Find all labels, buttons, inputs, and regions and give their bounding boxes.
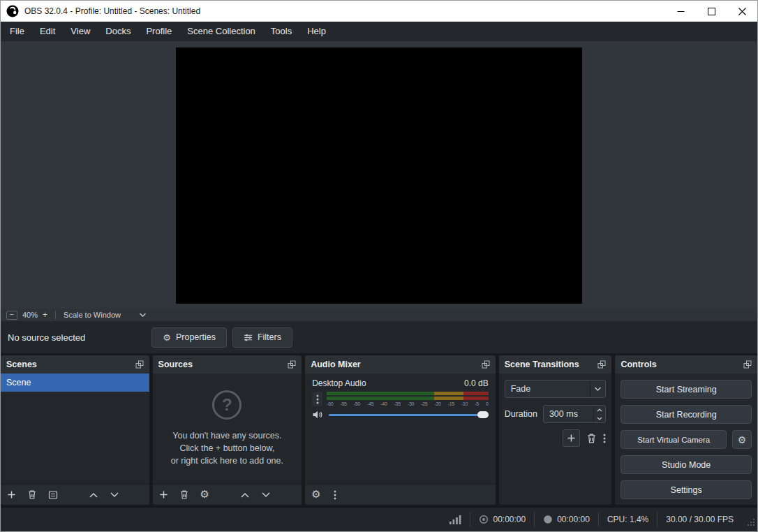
transition-properties-button[interactable] [603, 434, 606, 443]
zoom-out-button[interactable]: − [6, 311, 17, 320]
statusbar-separator [534, 512, 535, 526]
popout-icon[interactable] [482, 360, 490, 369]
menu-docks[interactable]: Docks [98, 22, 138, 41]
popout-icon[interactable] [597, 360, 606, 369]
resize-grip[interactable] [747, 517, 755, 529]
transition-selected-value: Fade [505, 384, 590, 394]
controls-panel-title: Controls [620, 360, 656, 369]
mute-button[interactable] [312, 410, 323, 420]
scenes-panel-header: Scenes [1, 355, 149, 374]
audio-channel-level: 0.0 dB [464, 378, 489, 388]
volume-meter-bar [327, 392, 488, 395]
filters-button-label: Filters [258, 332, 281, 342]
advanced-audio-properties-button[interactable]: ⚙ [311, 489, 320, 500]
obs-window: OBS 32.0.4 - Profile: Untitled - Scenes:… [0, 0, 758, 532]
preview-region [1, 41, 757, 309]
controls-body: Start Streaming Start Recording Start Vi… [615, 374, 757, 505]
record-status-icon [543, 515, 553, 524]
question-mark-icon: ? [212, 390, 241, 420]
scenes-toolbar [1, 484, 149, 505]
maximize-button[interactable] [696, 1, 727, 22]
audio-mixer-toolbar: ⚙ [305, 484, 495, 505]
scene-move-down-button[interactable] [110, 492, 119, 498]
start-recording-button[interactable]: Start Recording [620, 405, 752, 424]
gear-icon: ⚙ [163, 333, 171, 342]
add-scene-button[interactable] [7, 490, 16, 499]
volume-slider-track [329, 414, 488, 416]
chevron-down-icon[interactable] [590, 380, 605, 397]
cpu-usage: CPU: 1.4% [607, 515, 648, 524]
sources-list[interactable]: ? You don't have any sources. Click the … [153, 374, 302, 484]
menu-scene-collection[interactable]: Scene Collection [179, 22, 263, 41]
menu-tools[interactable]: Tools [263, 22, 299, 41]
source-move-up-button[interactable] [240, 492, 250, 498]
menu-edit[interactable]: Edit [32, 22, 63, 41]
volume-slider[interactable] [329, 410, 488, 420]
menu-file[interactable]: File [2, 22, 32, 41]
stream-time-value: 00:00:00 [493, 515, 526, 524]
source-properties-button[interactable]: ⚙ [200, 489, 209, 500]
scene-transitions-body: Fade Duration 300 ms [499, 374, 612, 505]
add-source-button[interactable] [159, 490, 168, 499]
audio-channel: Desktop Audio 0.0 dB -60 -55 [305, 374, 495, 420]
duration-decrement-button[interactable] [594, 414, 605, 422]
popout-icon[interactable] [135, 360, 144, 369]
menu-help[interactable]: Help [299, 22, 334, 41]
volume-slider-handle[interactable] [477, 411, 489, 418]
source-move-down-button[interactable] [261, 492, 271, 498]
remove-source-button[interactable] [179, 489, 189, 500]
sources-empty-state: ? You don't have any sources. Click the … [153, 374, 302, 484]
volume-meter: -60 -55 -50 -45 -40 -35 -30 -25 -20 -15 [327, 392, 488, 406]
audio-channel-menu-button[interactable] [312, 392, 322, 406]
statusbar-separator [657, 512, 657, 526]
duration-value: 300 ms [544, 409, 593, 419]
properties-button[interactable]: ⚙ Properties [151, 327, 227, 348]
scene-move-up-button[interactable] [89, 492, 98, 498]
start-virtual-camera-button[interactable]: Start Virtual Camera [620, 430, 727, 449]
preview-canvas[interactable] [176, 47, 582, 304]
audio-mixer-panel: Audio Mixer Desktop Audio 0.0 dB [305, 355, 495, 505]
sources-panel-title: Sources [158, 360, 193, 369]
duration-spinbox[interactable]: 300 ms [543, 405, 606, 423]
window-title: OBS 32.0.4 - Profile: Untitled - Scenes:… [24, 6, 200, 16]
remove-scene-button[interactable] [27, 489, 37, 500]
close-button[interactable] [727, 1, 757, 22]
filters-button[interactable]: Filters [232, 327, 292, 348]
audio-mixer-body: Desktop Audio 0.0 dB -60 -55 [305, 374, 495, 484]
transition-select[interactable]: Fade [505, 380, 607, 398]
popout-icon[interactable] [288, 360, 296, 369]
scale-mode-dropdown-button[interactable] [139, 312, 147, 318]
popout-icon[interactable] [743, 360, 752, 369]
scenes-panel: Scenes Scene [1, 355, 149, 505]
scale-mode-select[interactable]: Scale to Window [64, 311, 121, 319]
sources-toolbar: ⚙ [153, 484, 302, 505]
duration-increment-button[interactable] [594, 406, 605, 414]
recording-timer: 00:00:00 [543, 515, 590, 524]
network-signal-icon [449, 515, 461, 524]
titlebar: OBS 32.0.4 - Profile: Untitled - Scenes:… [1, 1, 757, 22]
scene-filters-button[interactable] [48, 490, 58, 500]
scenes-panel-title: Scenes [6, 360, 37, 369]
add-transition-button[interactable] [563, 429, 580, 447]
window-controls [665, 1, 757, 22]
studio-mode-button[interactable]: Studio Mode [620, 455, 752, 474]
scene-list-item[interactable]: Scene [1, 374, 149, 392]
zoom-in-button[interactable]: + [43, 310, 47, 320]
properties-button-label: Properties [176, 332, 216, 342]
source-toolbar: No source selected ⚙ Properties Filters [1, 321, 757, 353]
menu-view[interactable]: View [63, 22, 98, 41]
stream-timer: 00:00:00 [479, 515, 526, 524]
minimize-button[interactable] [665, 1, 696, 22]
zoom-level: 40% [22, 311, 38, 319]
start-streaming-button[interactable]: Start Streaming [620, 380, 752, 399]
virtual-camera-settings-button[interactable]: ⚙ [732, 430, 752, 449]
recording-time-value: 00:00:00 [557, 515, 590, 524]
menu-profile[interactable]: Profile [138, 22, 179, 41]
stream-status-icon [479, 515, 489, 524]
scene-transitions-panel-header: Scene Transitions [499, 355, 612, 374]
settings-button[interactable]: Settings [620, 480, 752, 499]
fps-value: 30.00 / 30.00 FPS [666, 515, 734, 524]
audio-mixer-menu-button[interactable] [334, 490, 336, 500]
remove-transition-button[interactable] [586, 433, 597, 444]
audio-mixer-panel-title: Audio Mixer [311, 360, 361, 369]
